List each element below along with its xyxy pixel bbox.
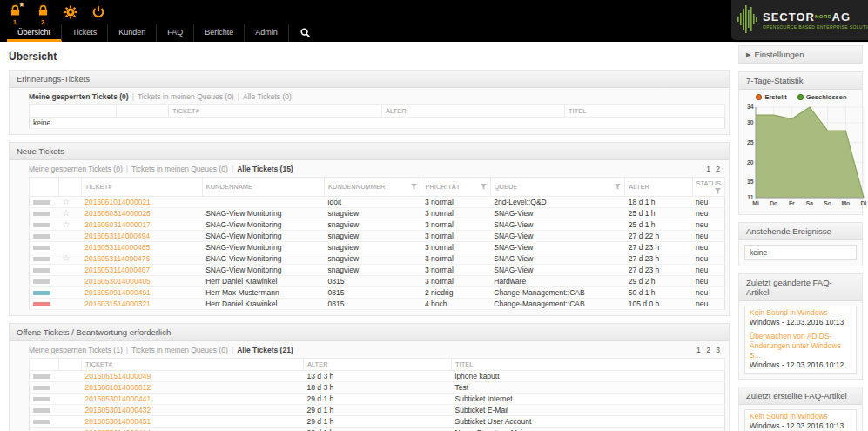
column-header[interactable]: TITEL — [452, 359, 725, 371]
filter-icon[interactable] — [411, 184, 417, 190]
cell: Subticket User Account — [452, 416, 725, 428]
table-row[interactable]: 2016053014000405Herr Daniel Krawinkel081… — [30, 276, 725, 287]
table-row[interactable]: 201605301400043229 d 1 hSubticket E-Mail — [30, 405, 725, 416]
table-row[interactable]: ☆2016053114000476SNAG-View Monitoringsna… — [30, 253, 725, 265]
column-header[interactable]: PRIORITÄT — [421, 178, 490, 197]
table-row[interactable]: 2016031514000321Herr Daniel Krawinkel081… — [30, 299, 725, 310]
table-row[interactable]: ☆2016060314000026SNAG-View Monitoringsna… — [30, 208, 725, 219]
faq-link[interactable]: Überwachen von AD DS-Änderungen unter Wi… — [750, 332, 851, 360]
ticket-link[interactable]: 2016061014000021 — [84, 198, 151, 206]
svg-text:Mi: Mi — [752, 200, 759, 206]
view-tab[interactable]: Alle Tickets (15) — [237, 165, 293, 173]
table-row[interactable]: 2016053114000485SNAG-View Monitoringsnag… — [30, 242, 725, 253]
nav-tab-kunden[interactable]: Kunden — [108, 24, 157, 42]
table-row[interactable]: 201605301400044129 d 1 hSubticket Intern… — [30, 394, 725, 405]
faq-link[interactable]: Kein Sound in Windows — [750, 412, 851, 421]
cell: 4 hoch — [421, 299, 490, 310]
column-header[interactable]: TICKET# — [82, 359, 304, 371]
table-row[interactable]: 2016053114000494SNAG-View Monitoringsnag… — [30, 231, 725, 242]
column-header[interactable]: QUEUE — [490, 178, 625, 197]
brand-nord: NORD — [815, 14, 832, 19]
filter-icon[interactable] — [481, 184, 487, 190]
logout-button[interactable] — [91, 5, 106, 25]
column-header[interactable]: STATUS — [692, 178, 724, 197]
filter-icon[interactable] — [615, 184, 621, 190]
column-header[interactable] — [59, 359, 82, 371]
table-row[interactable]: 201605301400045129 d 1 hSubticket User A… — [30, 416, 725, 428]
faq-item: Kein Sound in Windows Windows - 12.03.20… — [745, 306, 856, 330]
ticket-link[interactable]: 2016061514000049 — [85, 372, 151, 380]
watch-star-icon[interactable]: ☆ — [62, 253, 70, 263]
column-header[interactable] — [58, 178, 81, 197]
view-tab[interactable]: Tickets in meinen Queues (0) — [131, 165, 228, 173]
nav-tab-übersicht[interactable]: Übersicht — [7, 24, 62, 42]
nav-tab-admin[interactable]: Admin — [245, 24, 289, 42]
watched-tickets-button[interactable]: 2 — [35, 4, 50, 25]
column-header[interactable]: KUNDENNUMMER — [325, 178, 421, 197]
table-row[interactable]: 201606151400004913 d 3 hiphone kaputt — [30, 371, 725, 382]
pagination[interactable]: 1 2 — [706, 165, 722, 173]
cell: 3 normal — [421, 231, 490, 242]
watch-star-icon[interactable]: ☆ — [62, 208, 70, 218]
view-tab[interactable]: Tickets in meinen Queues (0) — [138, 92, 234, 101]
panel-tabs: Meine gesperrten Tickets (0)|Tickets in … — [29, 92, 722, 101]
cell: 29 d 2 h — [625, 276, 692, 287]
ticket-link[interactable]: 2016053014000405 — [84, 277, 151, 286]
faq-link[interactable]: Kein Sound in Windows — [750, 308, 851, 318]
ticket-link[interactable]: 2016053014000432 — [85, 406, 151, 414]
locked-tickets-button[interactable]: ★ 1 — [7, 4, 23, 25]
ticket-link[interactable]: 2016053114000467 — [84, 266, 150, 274]
table-row[interactable]: ☆2016060314000017SNAG-View Monitoringsna… — [30, 219, 725, 231]
ticket-link[interactable]: 2016053014000441 — [85, 394, 151, 403]
faq-meta: Windows - 12.03.2016 10:13 — [750, 421, 844, 430]
cell: 2nd-Level::Q&D — [490, 197, 625, 208]
nav-search-tab[interactable] — [289, 24, 321, 42]
settings-button[interactable] — [63, 5, 78, 25]
table-row[interactable]: 2016053114000467SNAG-View Monitoringsnag… — [30, 265, 725, 276]
view-tab[interactable]: Tickets in meinen Queues (0) — [131, 346, 228, 354]
ticket-link[interactable]: 2016050914000491 — [84, 288, 151, 297]
svg-text:Sa: Sa — [806, 200, 814, 206]
filter-icon[interactable] — [715, 188, 721, 194]
content: Übersicht Erinnerungs-Tickets Meine gesp… — [0, 42, 868, 431]
column-header[interactable]: KUNDENNAME — [202, 178, 324, 197]
brand-ag: AG — [832, 10, 851, 24]
ticket-link[interactable]: 2016061014000012 — [85, 383, 151, 392]
pagination[interactable]: 1 2 3 — [696, 346, 722, 354]
ticket-link[interactable]: 2016053114000476 — [84, 254, 150, 263]
column-header[interactable]: ALTER — [625, 178, 692, 197]
ticket-link[interactable]: 2016053014000451 — [85, 417, 151, 426]
panel-faq-changed: Zuletzt geänderte FAQ-Artikel Kein Sound… — [738, 273, 863, 380]
view-tab[interactable]: Meine gesperrten Tickets (1) — [29, 346, 123, 354]
column-header[interactable] — [30, 178, 59, 197]
ticket-link[interactable]: 2016060314000017 — [84, 220, 151, 229]
ticket-link[interactable]: 2016053114000485 — [84, 243, 150, 252]
ticket-link[interactable]: 2016031514000321 — [84, 300, 151, 308]
nav-tab-tickets[interactable]: Tickets — [62, 24, 108, 42]
column-header[interactable] — [30, 105, 117, 118]
column-header[interactable]: TICKET# — [81, 178, 202, 197]
view-tab[interactable]: Meine gesperrten Tickets (0) — [29, 165, 123, 173]
nav-tab-berichte[interactable]: Berichte — [194, 24, 245, 42]
column-header[interactable] — [117, 105, 169, 118]
view-tab[interactable]: Meine gesperrten Tickets (0) — [29, 92, 129, 101]
view-tab[interactable]: Alle Tickets (0) — [243, 92, 292, 101]
column-header[interactable] — [30, 359, 59, 371]
column-header[interactable]: ALTER — [382, 105, 565, 118]
table-row[interactable]: 201606101400001218 d 3 hTest — [30, 382, 725, 394]
view-tab[interactable]: Alle Tickets (21) — [237, 346, 293, 354]
nav-tab-faq[interactable]: FAQ — [157, 24, 194, 42]
priority-indicator — [33, 268, 50, 273]
table-row[interactable]: 201605301400041429 d 1 hNeuer Benutzer: … — [30, 428, 725, 431]
priority-indicator — [33, 200, 50, 205]
table-row[interactable]: 2016050914000491Herr Max Mustermann08152… — [30, 287, 725, 299]
table-row[interactable]: ☆2016061014000021idoit3 normal2nd-Level:… — [30, 197, 725, 208]
watch-star-icon[interactable]: ☆ — [62, 197, 70, 206]
watch-star-icon[interactable]: ☆ — [62, 219, 70, 229]
ticket-link[interactable]: 2016053114000494 — [84, 232, 150, 240]
panel-einstellungen[interactable]: ▶ Einstellungen — [738, 45, 863, 64]
column-header[interactable]: TITEL — [565, 105, 725, 118]
column-header[interactable]: ALTER — [304, 359, 452, 371]
ticket-link[interactable]: 2016060314000026 — [84, 209, 151, 218]
column-header[interactable]: TICKET# — [169, 105, 382, 118]
